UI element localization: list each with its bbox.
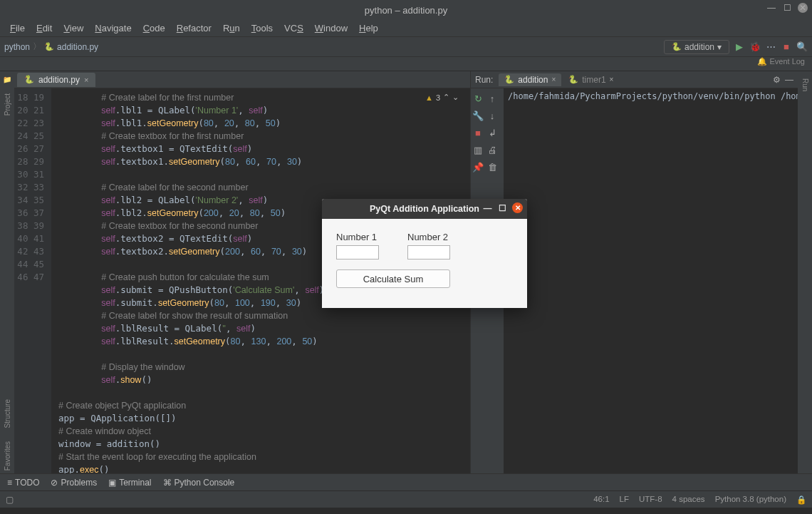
pyqt-label-number1: Number 1 <box>336 232 379 242</box>
python-file-icon: 🐍 <box>568 75 578 84</box>
encoding[interactable]: UTF-8 <box>639 495 662 505</box>
pyqt-input-number2[interactable] <box>407 245 450 259</box>
structure-tool-button[interactable]: Structure <box>4 396 11 431</box>
rerun-icon[interactable]: ↻ <box>471 91 485 106</box>
status-bar: ▢ 46:1 LF UTF-8 4 spaces Python 3.8 (pyt… <box>0 490 812 508</box>
minimize-tool-icon[interactable]: — <box>785 75 793 85</box>
print-icon[interactable]: 🖨 <box>485 143 499 157</box>
terminal-tool-button[interactable]: ▣ Terminal <box>108 478 151 488</box>
menu-tools[interactable]: Tools <box>247 21 277 35</box>
trash-icon[interactable]: 🗑 <box>485 160 499 174</box>
menu-vcs[interactable]: VCS <box>280 21 308 35</box>
run-output[interactable]: /home/fahmida/PycharmProjects/python/ven… <box>504 88 798 473</box>
window-title: python – addition.py <box>365 5 447 16</box>
python-file-icon: 🐍 <box>672 42 682 51</box>
cursor-position[interactable]: 46:1 <box>593 495 609 505</box>
close-tab-icon[interactable]: × <box>551 76 556 83</box>
problems-indicator[interactable]: ▲ 3 ⌃ ⌄ <box>425 93 459 102</box>
menu-code[interactable]: Code <box>139 21 170 35</box>
status-left-icon[interactable]: ▢ <box>6 495 14 505</box>
favorites-tool-button[interactable]: Favorites <box>4 438 11 473</box>
python-file-icon: 🐍 <box>24 75 34 84</box>
pyqt-addition-window: PyQt Addition Application — ☐ ✕ Number 1… <box>322 199 527 308</box>
editor-tab-addition[interactable]: 🐍 addition.py × <box>17 73 95 87</box>
wrench-icon[interactable]: 🔧 <box>471 108 485 123</box>
warning-icon: ▲ <box>425 93 433 102</box>
gear-icon[interactable]: ⚙ <box>773 75 781 85</box>
tool-buttons-bar: ≡ TODO ⊘ Problems ▣ Terminal ⌘ Python Co… <box>0 473 812 490</box>
interpreter[interactable]: Python 3.8 (python) <box>715 495 786 505</box>
step-up-icon[interactable]: ↑ <box>485 91 499 106</box>
run-label: Run: <box>475 75 493 85</box>
close-icon[interactable]: ✕ <box>798 3 808 13</box>
python-console-tool-button[interactable]: ⌘ Python Console <box>163 478 235 488</box>
menu-window[interactable]: Window <box>311 21 352 35</box>
indent-setting[interactable]: 4 spaces <box>672 495 705 505</box>
run-more-icon[interactable]: ⋯ <box>765 41 776 53</box>
pyqt-maximize-icon[interactable]: ☐ <box>497 202 508 213</box>
breadcrumb-file[interactable]: addition.py <box>57 42 98 52</box>
breadcrumb-separator: 〉 <box>33 41 41 53</box>
step-down-icon[interactable]: ↓ <box>485 108 499 123</box>
menu-view[interactable]: View <box>59 21 88 35</box>
menu-edit[interactable]: Edit <box>32 21 56 35</box>
pyqt-titlebar[interactable]: PyQt Addition Application — ☐ ✕ <box>322 199 527 219</box>
pyqt-minimize-icon[interactable]: — <box>482 202 493 213</box>
navigation-bar: python 〉 🐍 addition.py 🐍 addition ▾ ▶ 🐞 … <box>0 37 812 57</box>
pyqt-close-icon[interactable]: ✕ <box>512 202 523 213</box>
pyqt-label-number2: Number 2 <box>407 232 450 242</box>
layout-icon[interactable]: ▥ <box>471 143 485 157</box>
python-file-icon: 🐍 <box>44 42 54 51</box>
python-file-icon: 🐍 <box>504 75 514 84</box>
main-menubar: File Edit View Navigate Code Refactor Ru… <box>0 20 812 37</box>
pin-icon[interactable]: 📌 <box>471 160 485 174</box>
right-tool-stripe: Run <box>798 71 812 473</box>
pyqt-calculate-button[interactable]: Calculate Sum <box>336 269 450 288</box>
run-config-selector[interactable]: 🐍 addition ▾ <box>664 40 729 54</box>
chevron-up-icon: ⌃ <box>443 93 449 102</box>
chevron-down-icon: ▾ <box>717 42 722 52</box>
pyqt-input-number1[interactable] <box>336 245 379 259</box>
run-tab-timer1[interactable]: 🐍 timer1 × <box>563 73 619 86</box>
editor-tabs: 🐍 addition.py × <box>14 71 470 88</box>
project-tool-button[interactable]: Project <box>4 91 11 118</box>
run-tool-header: Run: 🐍 addition × 🐍 timer1 × ⚙ — <box>471 71 798 88</box>
menu-file[interactable]: File <box>6 21 29 35</box>
menu-help[interactable]: Help <box>355 21 382 35</box>
stop-button[interactable]: ■ <box>781 41 792 53</box>
close-tab-icon[interactable]: × <box>84 76 88 84</box>
window-titlebar: python – addition.py — ☐ ✕ <box>0 0 812 20</box>
lock-icon[interactable]: 🔒 <box>796 495 806 505</box>
todo-tool-button[interactable]: ≡ TODO <box>7 478 39 488</box>
breadcrumb: python 〉 🐍 addition.py <box>4 41 98 53</box>
run-button[interactable]: ▶ <box>734 41 745 53</box>
maximize-icon[interactable]: ☐ <box>782 3 792 13</box>
run-stripe-button[interactable]: Run <box>801 76 809 94</box>
minimize-icon[interactable]: — <box>766 3 776 13</box>
project-tool-icon[interactable]: 📁 <box>3 76 11 83</box>
menu-refactor[interactable]: Refactor <box>172 21 216 35</box>
debug-button[interactable]: 🐞 <box>749 41 761 53</box>
left-tool-stripe: 📁 Project Structure Favorites <box>0 71 14 473</box>
close-tab-icon[interactable]: × <box>610 76 614 83</box>
problems-tool-button[interactable]: ⊘ Problems <box>51 478 97 488</box>
run-tab-addition[interactable]: 🐍 addition × <box>499 73 561 86</box>
eventlog-button[interactable]: 🔔 Event Log <box>0 57 812 71</box>
pyqt-window-title: PyQt Addition Application <box>370 204 479 214</box>
gutter: 18 19 20 21 22 23 24 25 26 27 28 29 30 3… <box>14 88 51 473</box>
menu-navigate[interactable]: Navigate <box>90 21 135 35</box>
breadcrumb-project[interactable]: python <box>4 42 30 52</box>
chevron-down-icon: ⌄ <box>452 93 459 102</box>
line-separator[interactable]: LF <box>620 495 629 505</box>
stop-icon[interactable]: ■ <box>471 125 485 140</box>
search-everywhere-icon[interactable]: 🔍 <box>796 41 808 53</box>
menu-run[interactable]: Run <box>219 21 244 35</box>
soft-wrap-icon[interactable]: ↲ <box>485 125 499 140</box>
